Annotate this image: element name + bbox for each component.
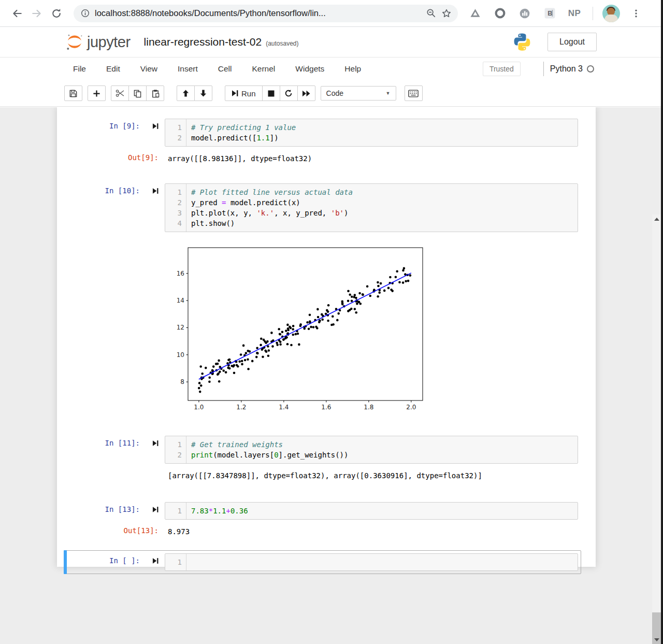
- notebook-title[interactable]: linear-regression-test-02: [144, 36, 262, 48]
- paste-cell-button[interactable]: [146, 85, 164, 101]
- menu-file[interactable]: File: [73, 64, 86, 74]
- svg-text:10: 10: [177, 351, 184, 359]
- chevron-down-icon: ▼: [386, 91, 391, 96]
- menu-kernel[interactable]: Kernel: [252, 64, 276, 74]
- output-prompt: Out[13]:: [67, 526, 165, 535]
- input-prompt: In [10]:: [67, 183, 165, 195]
- menu-edit[interactable]: Edit: [106, 64, 120, 74]
- plus-icon: [93, 90, 100, 97]
- menu-widgets[interactable]: Widgets: [295, 64, 324, 74]
- stop-icon: [268, 90, 275, 97]
- vertical-scrollbar[interactable]: [652, 214, 661, 644]
- browser-reload-button[interactable]: [47, 4, 66, 23]
- code-cell-in13[interactable]: In [13]: 1 7.83*1.1+0.36 Out[13]: 8.973: [64, 499, 581, 540]
- paste-icon: [151, 89, 160, 98]
- code-input-area[interactable]: 1234 # Plot fitted line versus actual da…: [165, 183, 578, 232]
- code-cell-empty-selected[interactable]: In [ ]: 1: [64, 550, 581, 574]
- insert-cell-button[interactable]: [88, 85, 106, 101]
- browser-forward-button[interactable]: [27, 4, 47, 23]
- move-cell-up-button[interactable]: [177, 85, 195, 101]
- analytics-extension-icon[interactable]: [516, 5, 534, 22]
- line-numbers: 1: [165, 503, 186, 519]
- browser-extensions: B NP: [466, 5, 645, 22]
- copy-icon: [133, 89, 142, 98]
- triangle-down-icon: [654, 638, 659, 641]
- code-input-area[interactable]: 1 7.83*1.1+0.36: [165, 502, 578, 520]
- cut-scissors-icon: [116, 89, 125, 97]
- scrollbar-up-button[interactable]: [652, 214, 661, 223]
- code-cell-in11[interactable]: In [11]: 12 # Get trained weightsprint(m…: [64, 433, 581, 484]
- execute-result-text: array([[8.98136]], dtype=float32): [165, 153, 312, 164]
- cut-cell-button[interactable]: [111, 85, 129, 101]
- logout-button[interactable]: Logout: [547, 33, 597, 51]
- svg-text:1.2: 1.2: [236, 404, 246, 411]
- menu-help[interactable]: Help: [344, 64, 361, 74]
- code-cell-in9[interactable]: In [9]: 12 # Try predicting 1 valuemodel…: [64, 116, 581, 167]
- code-lines[interactable]: # Plot fitted line versus actual datay_p…: [186, 184, 578, 232]
- code-lines[interactable]: # Get trained weightsprint(model.layers[…: [186, 436, 578, 463]
- notebook-scroll-area: In [9]: 12 # Try predicting 1 valuemodel…: [0, 107, 663, 644]
- move-cell-down-button[interactable]: [194, 85, 212, 101]
- notebook-container: In [9]: 12 # Try predicting 1 valuemodel…: [57, 107, 596, 567]
- interrupt-kernel-button[interactable]: [262, 85, 280, 101]
- trusted-notebook-button[interactable]: Trusted: [483, 62, 521, 76]
- back-arrow-icon: [11, 8, 23, 19]
- stream-output-text: [array([[7.8347898]], dtype=float32), ar…: [165, 470, 482, 481]
- bookmark-star-icon[interactable]: [441, 8, 452, 19]
- toolbar-divider: [593, 7, 593, 20]
- code-lines[interactable]: [186, 554, 578, 570]
- scrollbar-down-button[interactable]: [652, 635, 661, 644]
- menu-insert[interactable]: Insert: [178, 64, 198, 74]
- input-prompt: In [13]:: [67, 502, 165, 513]
- jupyter-wordmark[interactable]: jupyter: [87, 34, 131, 51]
- jupyter-header: jupyter linear-regression-test-02 (autos…: [0, 27, 663, 58]
- fast-forward-icon: [302, 90, 310, 97]
- menu-cell[interactable]: Cell: [218, 64, 232, 74]
- svg-text:2.0: 2.0: [406, 404, 416, 411]
- save-button[interactable]: [64, 85, 82, 101]
- output-prompt-empty: [67, 239, 165, 242]
- drive-extension-icon[interactable]: [466, 5, 484, 22]
- reload-icon: [51, 8, 62, 19]
- input-prompt: In [9]:: [67, 119, 165, 130]
- code-input-area[interactable]: 1: [165, 553, 578, 571]
- restart-run-all-button[interactable]: [297, 85, 315, 101]
- restart-kernel-button[interactable]: [280, 85, 298, 101]
- kernel-divider: [543, 62, 544, 76]
- run-cell-icon[interactable]: [152, 557, 158, 564]
- run-cell-icon[interactable]: [152, 506, 158, 513]
- circle-extension-icon[interactable]: [491, 5, 509, 22]
- browser-back-button[interactable]: [7, 4, 27, 23]
- zoom-out-icon[interactable]: [426, 8, 436, 18]
- notebook-menubar: File Edit View Insert Cell Kernel Widget…: [0, 58, 663, 80]
- code-input-area[interactable]: 12 # Try predicting 1 valuemodel.predict…: [165, 119, 578, 147]
- python-logo-icon: [512, 32, 532, 52]
- screen-edge: [661, 0, 663, 644]
- run-cell-icon[interactable]: [152, 440, 158, 447]
- url-text[interactable]: localhost:8888/notebooks/Documents/Pytho…: [95, 8, 421, 18]
- line-numbers: 1: [165, 554, 186, 570]
- save-icon: [69, 89, 78, 98]
- jupyter-logo-icon[interactable]: [65, 33, 84, 51]
- code-lines[interactable]: # Try predicting 1 valuemodel.predict([1…: [186, 119, 578, 146]
- browser-profile-avatar[interactable]: [602, 5, 620, 22]
- run-cell-icon[interactable]: [152, 188, 158, 194]
- browser-menu-button[interactable]: [627, 5, 645, 22]
- run-cell-icon[interactable]: [152, 123, 158, 130]
- svg-text:1.0: 1.0: [194, 404, 204, 411]
- triangle-up-icon: [654, 218, 659, 221]
- b-extension-icon[interactable]: B: [541, 5, 558, 22]
- svg-text:B: B: [547, 10, 552, 17]
- run-button[interactable]: Run: [225, 85, 263, 101]
- code-lines[interactable]: 7.83*1.1+0.36: [186, 503, 578, 519]
- browser-address-bar[interactable]: localhost:8888/notebooks/Documents/Pytho…: [74, 5, 458, 22]
- np-extension-icon[interactable]: NP: [566, 5, 583, 22]
- code-cell-in10[interactable]: In [10]: 1234 # Plot fitted line versus …: [64, 180, 581, 421]
- code-input-area[interactable]: 12 # Get trained weightsprint(model.laye…: [165, 436, 578, 464]
- page-info-icon[interactable]: [81, 9, 90, 18]
- command-palette-button[interactable]: [405, 85, 423, 101]
- menu-view[interactable]: View: [140, 64, 157, 74]
- cell-type-dropdown[interactable]: Code ▼: [321, 86, 396, 101]
- copy-cell-button[interactable]: [128, 85, 147, 101]
- matplotlib-figure: 1.01.21.41.61.82.0810121416: [175, 245, 424, 417]
